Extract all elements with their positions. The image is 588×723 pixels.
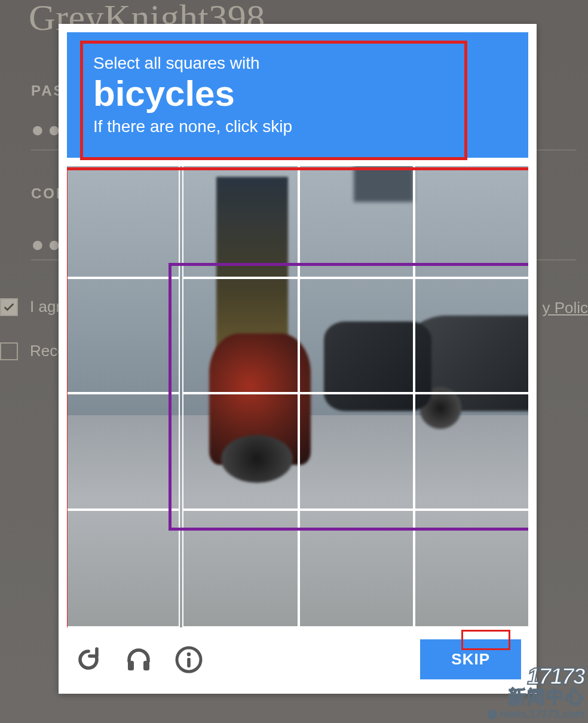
captcha-tile[interactable] bbox=[182, 166, 300, 279]
captcha-instruction-post: If there are none, click skip bbox=[93, 117, 502, 136]
captcha-tile[interactable] bbox=[182, 510, 300, 627]
captcha-target: bicycles bbox=[93, 74, 502, 114]
captcha-tile[interactable] bbox=[67, 166, 180, 279]
captcha-tile[interactable] bbox=[67, 392, 180, 510]
captcha-tile[interactable] bbox=[298, 510, 415, 627]
reload-icon[interactable] bbox=[74, 645, 103, 674]
svg-point-3 bbox=[187, 652, 191, 655]
skip-button[interactable]: SKIP bbox=[420, 639, 521, 679]
captcha-tile[interactable] bbox=[182, 392, 300, 510]
headphones-icon[interactable] bbox=[124, 645, 153, 674]
captcha-tile[interactable] bbox=[298, 277, 415, 394]
captcha-tile[interactable] bbox=[67, 510, 180, 627]
captcha-tile[interactable] bbox=[298, 166, 415, 279]
captcha-footer: SKIP bbox=[59, 627, 537, 694]
captcha-modal: Select all squares with bicycles If ther… bbox=[59, 24, 537, 694]
svg-rect-4 bbox=[187, 658, 191, 667]
captcha-tile[interactable] bbox=[298, 392, 415, 510]
captcha-instruction-pre: Select all squares with bbox=[93, 54, 502, 73]
info-icon[interactable] bbox=[174, 645, 203, 674]
captcha-image-grid bbox=[67, 166, 528, 627]
captcha-tile[interactable] bbox=[413, 510, 528, 627]
captcha-tile[interactable] bbox=[413, 392, 528, 510]
svg-rect-1 bbox=[143, 661, 149, 670]
svg-rect-0 bbox=[128, 661, 134, 670]
captcha-tile[interactable] bbox=[182, 277, 300, 394]
captcha-tile[interactable] bbox=[413, 166, 528, 279]
captcha-tile[interactable] bbox=[67, 277, 180, 394]
captcha-header: Select all squares with bicycles If ther… bbox=[67, 32, 528, 158]
captcha-tile[interactable] bbox=[413, 277, 528, 394]
